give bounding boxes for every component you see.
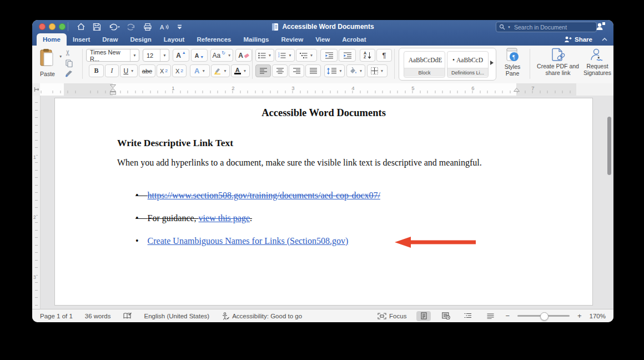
- italic-button[interactable]: I: [105, 64, 119, 77]
- hyperlink-view-this-page[interactable]: view this page: [199, 213, 250, 223]
- hyperlink-struck-url[interactable]: https://www.section508.gov/training/docu…: [148, 191, 380, 200]
- subscript-button[interactable]: X2: [157, 64, 171, 77]
- format-painter-icon[interactable]: [65, 69, 73, 78]
- tab-acrobat[interactable]: Acrobat: [336, 33, 372, 46]
- align-right-button[interactable]: [289, 64, 304, 77]
- document-page[interactable]: Accessible Word Documents Write Descript…: [54, 98, 593, 306]
- web-layout-view-button[interactable]: [439, 311, 453, 321]
- read-aloud-icon[interactable]: A: [159, 21, 169, 32]
- tab-draw[interactable]: Draw: [96, 33, 124, 46]
- tab-stop-selector[interactable]: [32, 83, 41, 96]
- change-case-button[interactable]: Aa↻▼: [210, 49, 233, 62]
- tab-layout[interactable]: Layout: [158, 33, 191, 46]
- align-left-button[interactable]: [255, 64, 271, 77]
- outline-view-button[interactable]: [461, 311, 475, 321]
- draft-view-button[interactable]: [483, 311, 497, 321]
- horizontal-ruler[interactable]: 1 2 3 4 5 6 7: [32, 83, 613, 96]
- document-area[interactable]: 1 2 3 Accessible Word Documents Write De…: [32, 96, 613, 309]
- word-count[interactable]: 36 words: [85, 313, 111, 319]
- tab-view[interactable]: View: [309, 33, 336, 46]
- align-center-button[interactable]: [272, 64, 288, 77]
- collapse-ribbon-icon[interactable]: [601, 37, 608, 42]
- bullet-glyph: •: [135, 236, 148, 246]
- print-icon[interactable]: [143, 21, 152, 32]
- indent-markers[interactable]: [110, 84, 116, 95]
- search-box[interactable]: ▼: [496, 22, 597, 32]
- shading-button[interactable]: ▼: [346, 64, 365, 77]
- zoom-slider-thumb[interactable]: [540, 312, 549, 321]
- right-indent-marker[interactable]: [514, 88, 520, 92]
- focus-mode-button[interactable]: Focus: [378, 313, 406, 319]
- show-paragraph-marks-button[interactable]: ¶: [376, 49, 392, 62]
- vertical-scrollbar-thumb[interactable]: [607, 117, 611, 175]
- document-paragraph: When you add hyperlinks to a document, m…: [117, 155, 506, 171]
- print-layout-view-button[interactable]: [416, 311, 431, 321]
- undo-button[interactable]: [108, 21, 120, 32]
- styles-gallery-more-icon[interactable]: [490, 61, 494, 65]
- decrease-indent-button[interactable]: [320, 49, 338, 62]
- clear-formatting-button[interactable]: A: [235, 49, 252, 62]
- grow-font-button[interactable]: A▲: [173, 49, 189, 62]
- tab-references[interactable]: References: [190, 33, 237, 46]
- highlight-color-button[interactable]: ▼: [211, 64, 230, 77]
- zoom-in-button[interactable]: +: [577, 312, 582, 320]
- zoom-percentage[interactable]: 170%: [590, 313, 606, 319]
- font-size-dropdown-icon[interactable]: ▼: [160, 49, 169, 61]
- search-input[interactable]: [513, 23, 582, 31]
- request-signatures-button[interactable]: Request Signatures: [583, 48, 612, 76]
- page-count[interactable]: Page 1 of 1: [40, 313, 73, 319]
- text-effects-button[interactable]: A▼: [190, 64, 210, 77]
- search-dropdown-icon[interactable]: ▼: [507, 26, 511, 29]
- shrink-font-button[interactable]: A▼: [191, 49, 208, 62]
- zoom-slider[interactable]: [517, 315, 570, 317]
- close-window-button[interactable]: [39, 23, 46, 30]
- numbering-button[interactable]: 12▼: [275, 49, 295, 62]
- home-icon[interactable]: [77, 21, 85, 32]
- create-pdf-button[interactable]: Create PDF and share link: [534, 48, 582, 76]
- hyperlink-create-unambiguous-names[interactable]: Create Unambiguous Names for Links (Sect…: [148, 236, 349, 246]
- bullet-item-3: • Create Unambiguous Names for Links (Se…: [135, 236, 348, 246]
- multilevel-list-button[interactable]: ▼: [296, 49, 317, 62]
- tab-mailings[interactable]: Mailings: [237, 33, 275, 46]
- minimize-window-button[interactable]: [49, 23, 56, 30]
- styles-pane-button[interactable]: ¶ Styles Pane: [499, 48, 526, 77]
- font-size-combo[interactable]: 12▼: [143, 49, 169, 62]
- tab-design[interactable]: Design: [124, 33, 157, 46]
- tab-insert[interactable]: Insert: [67, 33, 96, 46]
- underline-button[interactable]: U▼: [120, 64, 138, 77]
- paste-dropdown-icon[interactable]: ▼: [59, 54, 62, 58]
- customize-toolbar-icon[interactable]: [177, 21, 183, 32]
- vertical-ruler[interactable]: 1 2 3: [32, 96, 41, 309]
- zoom-window-button[interactable]: [59, 23, 66, 30]
- font-color-button[interactable]: A▼: [231, 64, 250, 77]
- save-icon[interactable]: [93, 21, 101, 32]
- presence-share-icon[interactable]: [595, 21, 606, 31]
- superscript-button[interactable]: X2: [172, 64, 187, 77]
- bullets-button[interactable]: ▼: [255, 49, 274, 62]
- redo-button[interactable]: [128, 21, 136, 32]
- line-spacing-button[interactable]: ▼: [324, 64, 345, 77]
- style-card-block[interactable]: AaBbCcDdE Block: [404, 51, 445, 78]
- svg-text:2: 2: [278, 54, 280, 57]
- font-name-combo[interactable]: Times New R...▼: [86, 49, 139, 62]
- share-button[interactable]: Share: [564, 36, 592, 43]
- strikethrough-button[interactable]: abe: [139, 64, 155, 77]
- font-name-dropdown-icon[interactable]: ▼: [130, 49, 139, 61]
- increase-indent-button[interactable]: [339, 49, 356, 62]
- tab-home[interactable]: Home: [37, 33, 67, 46]
- spellcheck-icon[interactable]: [123, 312, 132, 319]
- style-card-definitions[interactable]: •AaBbCcD Definitions Li...: [447, 51, 489, 78]
- borders-button[interactable]: ▼: [367, 64, 388, 77]
- accessibility-status[interactable]: Accessibility: Good to go: [222, 312, 302, 320]
- cut-icon[interactable]: ✂: [63, 49, 72, 56]
- status-bar-right: Focus − + 170%: [378, 311, 606, 321]
- tab-review[interactable]: Review: [275, 33, 309, 46]
- zoom-out-button[interactable]: −: [505, 312, 510, 320]
- copy-icon[interactable]: [66, 59, 73, 67]
- sort-button[interactable]: AZ: [360, 49, 375, 62]
- tab-bar-right: Share: [564, 33, 608, 46]
- justify-button[interactable]: [305, 64, 321, 77]
- bold-button[interactable]: B: [89, 64, 104, 77]
- paste-button[interactable]: [39, 48, 54, 67]
- language-status[interactable]: English (United States): [144, 313, 210, 319]
